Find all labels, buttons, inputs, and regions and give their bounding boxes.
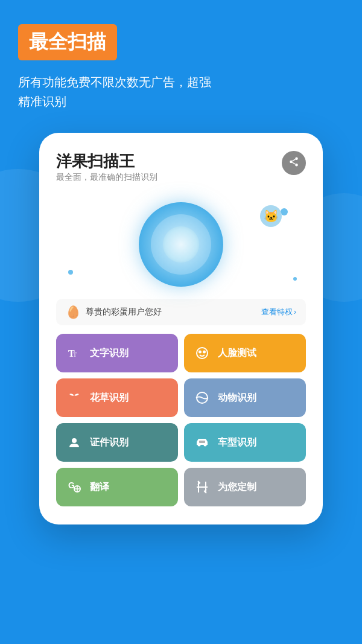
text-recognition-icon: TT [65,343,84,363]
feature-btn-customize[interactable]: 为您定制 [184,468,306,506]
view-privileges-button[interactable]: 查看特权 › [261,307,296,317]
svg-point-7 [197,348,208,359]
radar-inner-ring [163,226,199,263]
feature-badge: 最全扫描 [18,24,117,60]
feature-btn-plant-recognition[interactable]: 花草识别 [56,378,178,417]
feature-btn-animal-recognition[interactable]: 动物识别 [184,378,306,417]
view-privileges-label: 查看特权 [261,307,293,317]
user-banner[interactable]: 🥚 尊贵的彩蛋用户您好 查看特权 › [56,299,306,325]
svg-text:T: T [73,351,77,358]
id-recognition-label: 证件识别 [90,436,129,449]
radar-dot-2 [68,270,73,275]
share-button[interactable] [282,151,306,175]
svg-point-13 [204,444,207,447]
svg-rect-14 [199,441,205,443]
feature-grid: TT 文字识别 人脸测试 花草识别 动物识别 证件识别 车型识别 G 翻译 [56,334,306,506]
plant-recognition-label: 花草识别 [90,392,129,404]
car-recognition-icon [192,433,212,452]
egg-emoji: 🥚 [66,305,81,319]
radar-dot-3 [293,277,297,281]
feature-btn-id-recognition[interactable]: 证件识别 [56,423,178,462]
svg-point-9 [203,351,205,353]
feature-btn-translate[interactable]: G 翻译 [56,468,178,506]
text-recognition-label: 文字识别 [90,347,129,360]
badge-text: 最全扫描 [29,31,106,53]
plant-recognition-icon [65,388,84,407]
svg-line-3 [292,162,295,164]
app-title-area: 洋果扫描王 最全面，最准确的扫描识别 [56,151,157,193]
id-recognition-icon [65,433,84,452]
chevron-right-icon: › [294,308,296,316]
svg-point-11 [72,438,77,443]
cat-icon: 🐱 [260,205,282,227]
translate-icon: G [65,477,84,497]
user-banner-left: 🥚 尊贵的彩蛋用户您好 [66,305,162,319]
svg-point-1 [290,160,293,163]
svg-point-12 [198,444,201,447]
user-greeting: 尊贵的彩蛋用户您好 [86,307,162,317]
radar-middle-ring [151,214,211,275]
feature-btn-face-test[interactable]: 人脸测试 [184,334,306,372]
face-test-label: 人脸测试 [218,347,256,360]
car-recognition-label: 车型识别 [218,436,256,449]
svg-point-2 [295,164,298,167]
customize-label: 为您定制 [218,481,256,494]
customize-icon [192,477,212,497]
translate-label: 翻译 [90,481,109,494]
phone-mockup: 洋果扫描王 最全面，最准确的扫描识别 🐱 [39,133,323,524]
face-test-icon [192,343,212,363]
share-icon [288,156,299,170]
animal-recognition-icon [192,388,212,407]
feature-btn-car-recognition[interactable]: 车型识别 [184,423,306,462]
radar-outer-ring [139,202,223,287]
feature-btn-text-recognition[interactable]: TT 文字识别 [56,334,178,372]
svg-point-8 [199,351,201,353]
app-header: 洋果扫描王 最全面，最准确的扫描识别 [56,151,306,193]
radar-animation: 🐱 [56,196,306,293]
svg-point-0 [295,157,298,160]
header-section: 最全扫描 所有功能免费不限次数无广告，超强精准识别 [0,0,362,123]
app-subtitle: 最全面，最准确的扫描识别 [56,172,157,183]
header-subtitle: 所有功能免费不限次数无广告，超强精准识别 [18,72,344,111]
app-title: 洋果扫描王 [56,151,157,172]
svg-line-4 [292,159,295,161]
animal-recognition-label: 动物识别 [218,392,256,404]
